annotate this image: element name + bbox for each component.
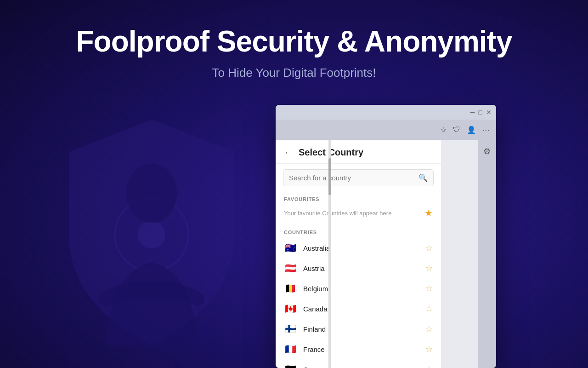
country-star-austria[interactable]: ☆ <box>425 263 433 273</box>
svg-point-2 <box>126 163 177 223</box>
settings-panel: ⚙ <box>478 140 496 368</box>
country-item-france[interactable]: 🇫🇷France☆ <box>276 339 441 359</box>
scrollbar-track[interactable] <box>328 140 331 368</box>
country-star-finland[interactable]: ☆ <box>425 324 433 334</box>
modal-header: ← Select Country <box>276 140 441 164</box>
search-box[interactable]: 🔍 <box>283 169 434 186</box>
flag-finland: 🇫🇮 <box>284 324 297 334</box>
vpn-toolbar: ☆ 🛡 👤 ⋯ <box>276 120 496 140</box>
browser-titlebar: ─ □ ✕ <box>276 105 496 120</box>
country-name-belgium: Belgium <box>303 285 425 293</box>
flag-austria: 🇦🇹 <box>284 264 297 273</box>
shield-toolbar-icon[interactable]: 🛡 <box>453 126 460 134</box>
country-star-australia[interactable]: ☆ <box>425 243 433 253</box>
favourites-star-icon[interactable]: ★ <box>424 207 433 218</box>
svg-point-1 <box>138 221 165 248</box>
more-toolbar-icon[interactable]: ⋯ <box>482 126 490 134</box>
country-name-finland: Finland <box>303 325 425 333</box>
country-name-canada: Canada <box>303 305 425 313</box>
favourites-section-label: FAVOURITES <box>276 192 441 205</box>
user-toolbar-icon[interactable]: 👤 <box>467 126 476 134</box>
country-name-australia: Australia <box>303 244 425 252</box>
hero-section: Foolproof Security & Anonymity To Hide Y… <box>0 0 588 80</box>
favourites-empty-row: Your favourite Countries will appear her… <box>276 205 441 225</box>
settings-gear-icon[interactable]: ⚙ <box>483 146 491 156</box>
country-item-belgium[interactable]: 🇧🇪Belgium☆ <box>276 278 441 299</box>
flag-france: 🇫🇷 <box>284 345 297 354</box>
favourites-empty-text: Your favourite Countries will appear her… <box>284 210 391 217</box>
select-country-modal: ← Select Country 🔍 FAVOURITES Your favou… <box>276 140 441 368</box>
country-star-belgium[interactable]: ☆ <box>425 283 433 293</box>
country-star-france[interactable]: ☆ <box>425 344 433 354</box>
search-icon: 🔍 <box>418 173 428 182</box>
country-star-germany[interactable]: ☆ <box>425 364 433 368</box>
country-name-france: France <box>303 345 425 353</box>
maximize-icon[interactable]: □ <box>479 109 482 116</box>
country-list: FAVOURITES Your favourite Countries will… <box>276 192 441 368</box>
country-name-austria: Austria <box>303 264 425 272</box>
flag-australia: 🇦🇺 <box>284 243 297 253</box>
minimize-icon[interactable]: ─ <box>470 109 475 116</box>
scrollbar-thumb[interactable] <box>328 158 331 195</box>
back-button[interactable]: ← <box>284 147 293 158</box>
country-item-finland[interactable]: 🇫🇮Finland☆ <box>276 319 441 339</box>
flag-germany: 🇩🇪 <box>284 365 297 368</box>
countries-section-label: COUNTRIES <box>276 225 441 238</box>
country-star-canada[interactable]: ☆ <box>425 304 433 314</box>
browser-window: ─ □ ✕ ☆ 🛡 👤 ⋯ ← Select Country 🔍 FAVOURI… <box>276 105 496 368</box>
search-input[interactable] <box>289 174 418 182</box>
flag-canada: 🇨🇦 <box>284 304 297 313</box>
country-item-australia[interactable]: 🇦🇺Australia☆ <box>276 238 441 258</box>
country-item-germany[interactable]: 🇩🇪Germany☆ <box>276 359 441 368</box>
country-rows-container: 🇦🇺Australia☆🇦🇹Austria☆🇧🇪Belgium☆🇨🇦Canada… <box>276 238 441 368</box>
country-name-germany: Germany <box>303 366 425 368</box>
star-toolbar-icon[interactable]: ☆ <box>440 126 447 134</box>
close-icon[interactable]: ✕ <box>486 109 492 116</box>
country-item-canada[interactable]: 🇨🇦Canada☆ <box>276 299 441 319</box>
hero-subtitle: To Hide Your Digital Footprints! <box>0 66 588 80</box>
flag-belgium: 🇧🇪 <box>284 284 297 293</box>
silhouette-decoration <box>55 106 248 359</box>
hero-title: Foolproof Security & Anonymity <box>0 25 588 58</box>
country-item-austria[interactable]: 🇦🇹Austria☆ <box>276 258 441 278</box>
